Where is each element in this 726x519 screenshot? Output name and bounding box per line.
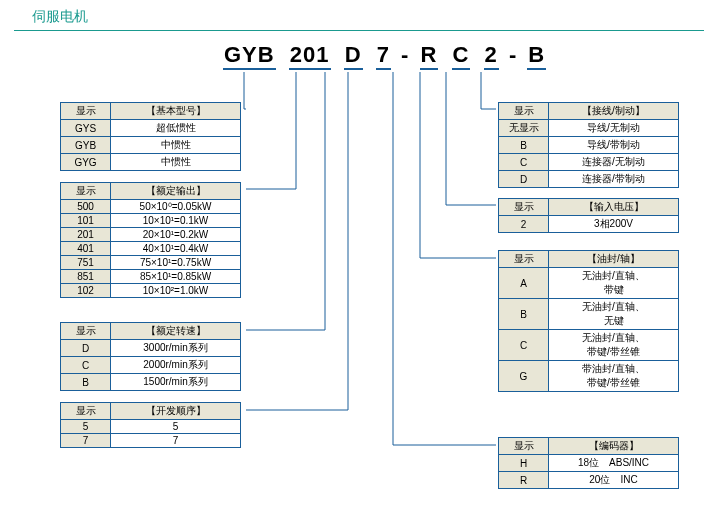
- table-row: 85185×10¹=0.85kW: [61, 270, 241, 284]
- seg-seal: C: [452, 42, 471, 70]
- seg-output: 201: [289, 42, 331, 70]
- table-row: A无油封/直轴、 带键: [499, 268, 679, 299]
- table-row: 10110×10¹=0.1kW: [61, 214, 241, 228]
- table-wiring-brake: 显示【接线/制动】 无显示导线/无制动 B导线/带制动 C连接器/无制动 D连接…: [498, 102, 679, 188]
- table-row: 55: [61, 420, 241, 434]
- table-row: H18位 ABS/INC: [499, 455, 679, 472]
- col-display: 显示: [61, 183, 111, 200]
- table-encoder: 显示【编码器】 H18位 ABS/INC R20位 INC: [498, 437, 679, 489]
- table-row: 75175×10¹=0.75kW: [61, 256, 241, 270]
- table-row: GYS超低惯性: [61, 120, 241, 137]
- dash: -: [509, 42, 517, 68]
- table-rated-speed: 显示【额定转速】 D3000r/min系列 C2000r/min系列 B1500…: [60, 322, 241, 391]
- seg-encoder: R: [420, 42, 439, 70]
- table-row: 20120×10¹=0.2kW: [61, 228, 241, 242]
- table-row: B1500r/min系列: [61, 374, 241, 391]
- col-display: 显示: [499, 251, 549, 268]
- col-rated-speed: 【额定转速】: [111, 323, 241, 340]
- table-row: C无油封/直轴、 带键/带丝锥: [499, 330, 679, 361]
- col-display: 显示: [499, 199, 549, 216]
- col-basic-model: 【基本型号】: [111, 103, 241, 120]
- table-row: 无显示导线/无制动: [499, 120, 679, 137]
- seg-basic: GYB: [223, 42, 276, 70]
- table-row: D连接器/带制动: [499, 171, 679, 188]
- table-rated-output: 显示【额定输出】 50050×10⁰=0.05kW 10110×10¹=0.1k…: [60, 182, 241, 298]
- seg-voltage: 2: [484, 42, 499, 70]
- table-row: R20位 INC: [499, 472, 679, 489]
- col-rated-output: 【额定输出】: [111, 183, 241, 200]
- table-row: 10210×10²=1.0kW: [61, 284, 241, 298]
- table-dev-order: 显示【开发顺序】 55 77: [60, 402, 241, 448]
- col-display: 显示: [499, 438, 549, 455]
- table-row: C2000r/min系列: [61, 357, 241, 374]
- table-row: 23相200V: [499, 216, 679, 233]
- page-title: 伺服电机: [14, 0, 704, 31]
- table-row: 40140×10¹=0.4kW: [61, 242, 241, 256]
- table-input-voltage: 显示【输入电压】 23相200V: [498, 198, 679, 233]
- table-row: 77: [61, 434, 241, 448]
- col-wiring-brake: 【接线/制动】: [549, 103, 679, 120]
- col-display: 显示: [499, 103, 549, 120]
- model-number: GYB 201 D 7 - R C 2 - B: [220, 42, 549, 70]
- col-display: 显示: [61, 403, 111, 420]
- col-display: 显示: [61, 323, 111, 340]
- table-row: B无油封/直轴、 无键: [499, 299, 679, 330]
- col-dev-order: 【开发顺序】: [111, 403, 241, 420]
- table-oil-seal-shaft: 显示【油封/轴】 A无油封/直轴、 带键 B无油封/直轴、 无键 C无油封/直轴…: [498, 250, 679, 392]
- table-row: B导线/带制动: [499, 137, 679, 154]
- seg-dev: 7: [376, 42, 391, 70]
- table-row: C连接器/无制动: [499, 154, 679, 171]
- dash: -: [401, 42, 409, 68]
- table-row: 50050×10⁰=0.05kW: [61, 200, 241, 214]
- table-row: GYG中惯性: [61, 154, 241, 171]
- col-display: 显示: [61, 103, 111, 120]
- seg-speed: D: [344, 42, 363, 70]
- seg-wiring: B: [527, 42, 546, 70]
- col-oil-seal-shaft: 【油封/轴】: [549, 251, 679, 268]
- col-encoder: 【编码器】: [549, 438, 679, 455]
- table-row: G带油封/直轴、 带键/带丝锥: [499, 361, 679, 392]
- table-basic-model: 显示【基本型号】 GYS超低惯性 GYB中惯性 GYG中惯性: [60, 102, 241, 171]
- table-row: GYB中惯性: [61, 137, 241, 154]
- col-input-voltage: 【输入电压】: [549, 199, 679, 216]
- table-row: D3000r/min系列: [61, 340, 241, 357]
